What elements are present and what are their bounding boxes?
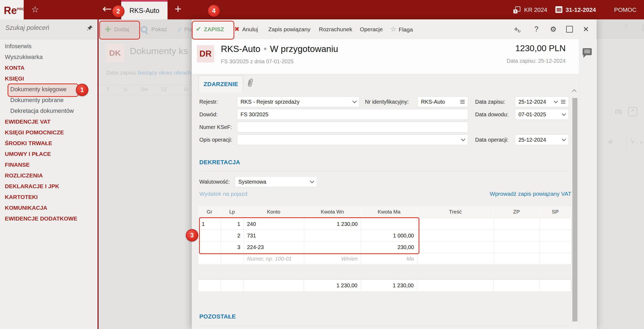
dowod-input[interactable]: FS 30/2025 — [237, 109, 468, 120]
pozostale-heading: POZOSTAŁE — [199, 313, 236, 320]
walutowosc-label: Walutowość: — [199, 176, 230, 187]
sidebar-item-finanse[interactable]: FINANSE — [0, 159, 98, 170]
related-entry-button[interactable]: Zapis powiązany — [268, 19, 310, 39]
menu-icon[interactable] — [460, 102, 465, 102]
show-button-disabled[interactable]: Pokaż — [151, 19, 167, 39]
sidebar-item-ksiegi[interactable]: KSIĘGI — [0, 73, 98, 84]
favorites-star-icon[interactable]: ☆ — [31, 4, 39, 15]
header-tresc: Treść — [417, 206, 494, 218]
cell-ma-placeholder[interactable]: Ma — [361, 253, 417, 265]
bg-right-column-1: ał — [608, 138, 612, 145]
header-zp: ZP — [494, 206, 540, 218]
help-menu[interactable]: POMOC — [614, 6, 636, 14]
period-icon[interactable]: 1 — [513, 6, 520, 13]
flag-button[interactable]: ☆Flaga — [390, 19, 413, 39]
nr-ident-input[interactable]: RKS-Auto — [417, 96, 468, 107]
search-input[interactable] — [5, 24, 81, 32]
data-dowodu-input[interactable]: 07-01-2025 — [515, 109, 569, 120]
app-logo[interactable]: RePRO — [0, 0, 24, 19]
rejestr-label: Rejestr: — [199, 96, 218, 107]
sidebar-item-dekretacja-dokumentow[interactable]: Dekretacja dokumentów — [0, 106, 98, 116]
work-date[interactable]: 31-12-2024 — [566, 6, 596, 14]
sidebar-item-konta[interactable]: KONTA — [0, 62, 98, 73]
sidebar-item-komunikacja[interactable]: KOMUNIKACJA — [0, 202, 98, 213]
dialog-toolbar: ✔ZAPISZ ✖Anuluj Zapis powiązany Rozrachu… — [192, 19, 597, 39]
sidebar-item-ewidencje-vat[interactable]: EWIDENCJE VAT — [0, 116, 98, 127]
tab-label: RKS-Auto — [129, 7, 159, 15]
cell-sp[interactable] — [540, 218, 571, 230]
back-arrow-icon[interactable]: ← — [102, 2, 112, 15]
cell-wn-placeholder[interactable]: Winien — [304, 253, 361, 265]
document-subtitle: FS 30/2025 z dnia 07-01-2025 — [221, 58, 294, 65]
annotation-rect-decree-rows — [199, 217, 419, 254]
numer-ksef-input[interactable] — [237, 122, 468, 132]
sidebar-item-rozliczenia[interactable]: ROZLICZENIA — [0, 170, 98, 181]
data-zapisu-input[interactable]: 25-12-2024 — [515, 96, 569, 107]
brush-icon — [176, 26, 182, 33]
sidebar-item-wyszukiwarka[interactable]: Wyszukiwarka — [0, 52, 98, 62]
table-new-entry-row[interactable]: Numer, np. 100-01 Winien Ma — [199, 253, 571, 265]
menu-icon[interactable] — [561, 102, 565, 102]
opis-operacji-select[interactable] — [237, 134, 468, 145]
dekretacja-heading: DEKRETACJA — [199, 159, 240, 166]
header-lp: Lp — [221, 206, 244, 218]
sidebar-item-kartoteki[interactable]: KARTOTEKI — [0, 192, 98, 202]
cell-zp[interactable] — [494, 230, 540, 242]
cell-sp[interactable] — [540, 242, 571, 253]
cell-sp[interactable] — [540, 253, 571, 265]
annotation-badge-2: 2 — [112, 5, 124, 18]
vehicle-expense-link[interactable]: Wydatek na pojazd — [199, 191, 247, 197]
help-icon[interactable]: ? — [534, 19, 538, 39]
logo-text: Re — [4, 5, 17, 16]
settings-gear-icon[interactable]: ⚙ — [550, 19, 556, 39]
attachment-paperclip-icon[interactable] — [245, 76, 256, 89]
data-operacji-input[interactable]: 25-12-2024 — [515, 134, 569, 145]
cancel-button[interactable]: ✖Anuluj — [234, 19, 258, 39]
sidebar-item-ewidencje-dodatkowe[interactable]: EWIDENCJE DODATKOWE — [0, 213, 98, 224]
edit-button-disabled[interactable]: Pop — [184, 19, 192, 39]
cell-tresc[interactable] — [417, 253, 494, 265]
document-amount: 1230,00 PLN — [458, 43, 566, 53]
tab-rks-auto[interactable]: RKS-Auto — [121, 0, 168, 19]
cell-tresc[interactable] — [417, 242, 494, 253]
col-tz: TZ — [161, 87, 167, 92]
walutowosc-select[interactable]: Systemowa — [235, 176, 317, 187]
scrollbar-thumb[interactable] — [572, 98, 577, 321]
add-window-icon[interactable]: +↻ — [514, 19, 521, 39]
vat-related-entry-link[interactable]: Wprowadź zapis powiązany VAT — [477, 191, 571, 197]
chevron-down-icon — [562, 137, 566, 141]
sidebar-item-umowy-i-place[interactable]: UMOWY I PŁACE — [0, 149, 98, 159]
cell-zp[interactable] — [494, 242, 540, 253]
calendar-icon[interactable] — [555, 6, 562, 13]
tab-zdarzenie[interactable]: ZDARZENIE — [199, 75, 243, 93]
cell-tresc[interactable] — [417, 230, 494, 242]
list-filter[interactable]: Data zapisu bieżący okres obrach — [106, 69, 192, 76]
pin-icon[interactable] — [87, 25, 93, 31]
cell-konto-placeholder[interactable]: Numer, np. 100-01 — [244, 253, 304, 265]
annotation-badge-1: 1 — [76, 84, 88, 96]
cell-gr[interactable] — [199, 253, 221, 265]
rejestr-select[interactable]: RKS - Rejestr sprzedaży — [237, 96, 360, 107]
comment-icon[interactable] — [583, 48, 592, 55]
maximize-icon[interactable] — [566, 19, 573, 39]
sidebar-item-srodki-trwale[interactable]: ŚRODKI TRWAŁE — [0, 138, 98, 149]
total-ma: 1 230,00 — [361, 279, 417, 291]
sidebar: Infoserwis Wyszukiwarka KONTA KSIĘGI Dok… — [0, 19, 99, 329]
cell-sp[interactable] — [540, 230, 571, 242]
register-badge: DR — [197, 45, 214, 62]
close-icon[interactable]: ✕ — [583, 19, 589, 39]
cell-tresc[interactable] — [417, 218, 494, 230]
sidebar-item-ksiegi-pomocnicze[interactable]: KSIĘGI POMOCNICZE — [0, 127, 98, 138]
cell-zp[interactable] — [494, 218, 540, 230]
logo-pro-label: PRO — [17, 7, 25, 11]
cell-lp[interactable] — [221, 253, 244, 265]
sidebar-item-deklaracje-i-jpk[interactable]: DEKLARACJE I JPK — [0, 181, 98, 192]
annotation-rect-dodaj — [99, 21, 140, 40]
cell-zp[interactable] — [494, 253, 540, 265]
settlement-button[interactable]: Rozrachunek — [319, 19, 352, 39]
new-tab-icon[interactable]: + — [175, 2, 182, 16]
command-search[interactable] — [0, 19, 98, 39]
period-selector[interactable]: KR 2024 — [524, 6, 547, 14]
operations-button[interactable]: Operacje — [360, 19, 383, 39]
sidebar-item-infoserwis[interactable]: Infoserwis — [0, 41, 98, 52]
